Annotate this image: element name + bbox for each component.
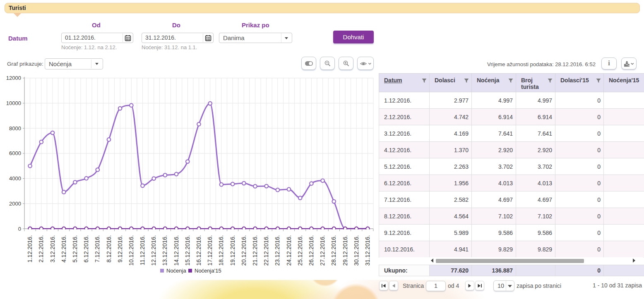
svg-text:20.12.2016.: 20.12.2016. — [240, 235, 247, 266]
svg-text:2.12.2016.: 2.12.2016. — [38, 235, 44, 263]
svg-text:16.12.2016.: 16.12.2016. — [195, 235, 202, 266]
svg-text:17.12.2016.: 17.12.2016. — [207, 235, 213, 266]
svg-text:4000: 4000 — [9, 175, 21, 182]
svg-text:12000: 12000 — [6, 75, 21, 81]
svg-text:26.12.2016.: 26.12.2016. — [308, 235, 315, 266]
svg-text:27.12.2016.: 27.12.2016. — [319, 235, 326, 266]
svg-text:22.12.2016.: 22.12.2016. — [263, 235, 269, 266]
svg-text:8.12.2016.: 8.12.2016. — [106, 235, 112, 263]
svg-text:21.12.2016.: 21.12.2016. — [252, 235, 258, 266]
svg-text:18.12.2016.: 18.12.2016. — [218, 235, 224, 266]
svg-text:5.12.2016.: 5.12.2016. — [72, 235, 78, 263]
svg-text:3.12.2016.: 3.12.2016. — [49, 235, 56, 263]
svg-text:6000: 6000 — [9, 150, 21, 156]
svg-text:24.12.2016.: 24.12.2016. — [286, 235, 292, 266]
svg-text:15.12.2016.: 15.12.2016. — [184, 235, 191, 266]
svg-text:1.12.2016.: 1.12.2016. — [26, 235, 33, 263]
svg-text:2000: 2000 — [9, 201, 21, 207]
svg-text:19.12.2016.: 19.12.2016. — [229, 235, 236, 266]
svg-text:6.12.2016.: 6.12.2016. — [83, 235, 89, 263]
svg-text:8000: 8000 — [9, 125, 21, 132]
svg-text:23.12.2016.: 23.12.2016. — [274, 235, 281, 266]
svg-text:Noćenja'15: Noćenja'15 — [195, 268, 221, 274]
svg-text:12.12.2016.: 12.12.2016. — [150, 235, 157, 266]
svg-text:7.12.2016.: 7.12.2016. — [94, 235, 101, 263]
svg-text:4.12.2016.: 4.12.2016. — [60, 235, 67, 263]
svg-text:29.12.2016.: 29.12.2016. — [342, 235, 348, 266]
svg-text:14.12.2016.: 14.12.2016. — [173, 235, 180, 266]
svg-text:25.12.2016.: 25.12.2016. — [297, 235, 303, 266]
svg-text:Noćenja: Noćenja — [166, 268, 186, 274]
svg-text:28.12.2016.: 28.12.2016. — [330, 235, 337, 266]
svg-text:13.12.2016.: 13.12.2016. — [161, 235, 168, 266]
svg-text:11.12.2016.: 11.12.2016. — [139, 235, 146, 266]
svg-text:9.12.2016.: 9.12.2016. — [117, 235, 123, 263]
svg-text:0: 0 — [18, 226, 21, 232]
svg-text:10.12.2016.: 10.12.2016. — [128, 235, 135, 266]
svg-text:31.12.2016.: 31.12.2016. — [364, 235, 371, 266]
svg-text:10000: 10000 — [6, 100, 21, 106]
svg-text:30.12.2016.: 30.12.2016. — [353, 235, 360, 266]
